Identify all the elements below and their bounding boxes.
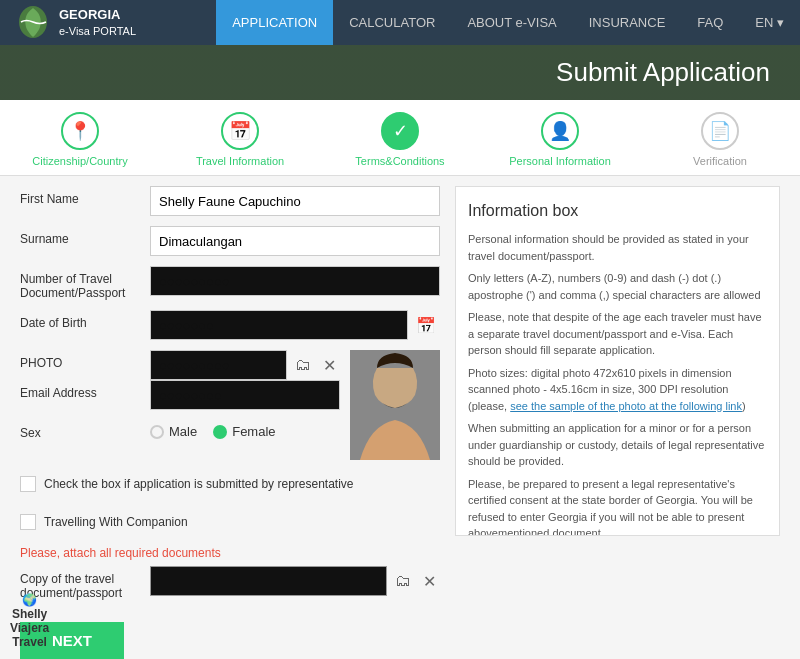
email-field <box>150 380 340 410</box>
photo-clear-icon[interactable]: ✕ <box>319 354 340 377</box>
sex-female-label: Female <box>232 424 275 439</box>
surname-input[interactable] <box>150 226 440 256</box>
sex-field: Male Female <box>150 420 340 439</box>
navbar: GEORGIA e-Visa PORTAL APPLICATION CALCUL… <box>0 0 800 45</box>
surname-field <box>150 226 440 256</box>
companion-checkbox[interactable] <box>20 514 36 530</box>
info-p5: When submitting an application for a min… <box>468 420 767 470</box>
photo-input[interactable] <box>150 350 287 380</box>
info-section: Information box Personal information sho… <box>455 186 780 659</box>
nav-links: APPLICATION CALCULATOR ABOUT e-VISA INSU… <box>216 0 800 45</box>
info-box-title: Information box <box>468 199 767 223</box>
nav-insurance[interactable]: INSURANCE <box>573 0 682 45</box>
step-terms-label: Terms&Conditions <box>355 155 444 167</box>
sex-female-radio[interactable] <box>213 425 227 439</box>
sex-label: Sex <box>20 420 150 440</box>
calendar-icon[interactable]: 📅 <box>412 314 440 337</box>
dob-input[interactable] <box>150 310 408 340</box>
sex-male-label: Male <box>169 424 197 439</box>
surname-row: Surname <box>20 226 440 256</box>
sex-male-option[interactable]: Male <box>150 424 197 439</box>
georgia-logo-icon <box>16 5 51 40</box>
main-content: First Name Surname Number of Travel Docu… <box>0 176 800 659</box>
logo: GEORGIA e-Visa PORTAL <box>0 5 152 40</box>
nav-language[interactable]: EN ▾ <box>739 0 800 45</box>
step-travel[interactable]: 📅 Travel Information <box>160 112 320 167</box>
info-p3: Please, note that despite of the age eac… <box>468 309 767 359</box>
dob-field: 📅 <box>150 310 440 340</box>
info-p1: Personal information should be provided … <box>468 231 767 264</box>
info-box: Information box Personal information sho… <box>455 186 780 536</box>
first-name-row: First Name <box>20 186 440 216</box>
passport-copy-field: 🗂 ✕ <box>150 566 440 596</box>
photo-row: PHOTO 🗂 ✕ <box>20 350 340 380</box>
bottom-logo: 🌍 Shelly Viajera Travel <box>10 593 49 649</box>
representative-label: Check the box if application is submitte… <box>44 477 354 491</box>
step-personal[interactable]: 👤 Personal Information <box>480 112 640 167</box>
step-personal-label: Personal Information <box>509 155 611 167</box>
first-name-field <box>150 186 440 216</box>
email-input[interactable] <box>150 380 340 410</box>
step-verification-icon: 📄 <box>701 112 739 150</box>
photo-image <box>350 350 440 460</box>
passport-input[interactable] <box>150 266 440 296</box>
passport-copy-input[interactable] <box>150 566 387 596</box>
step-citizenship[interactable]: 📍 Citizenship/Country <box>0 112 160 167</box>
info-p2: Only letters (A-Z), numbers (0-9) and da… <box>468 270 767 303</box>
nav-calculator[interactable]: CALCULATOR <box>333 0 451 45</box>
step-travel-label: Travel Information <box>196 155 284 167</box>
surname-label: Surname <box>20 226 150 246</box>
passport-copy-file-icon[interactable]: 🗂 <box>391 570 415 592</box>
step-terms[interactable]: ✓ Terms&Conditions <box>320 112 480 167</box>
passport-row: Number of Travel Document/Passport <box>20 266 440 300</box>
passport-copy-row: Copy of the travel document/passport 🗂 ✕ <box>20 566 440 600</box>
required-docs-label: Please, attach all required documents <box>20 546 440 560</box>
step-verification[interactable]: 📄 Verification <box>640 112 800 167</box>
photo-silhouette <box>350 350 440 460</box>
nav-faq[interactable]: FAQ <box>681 0 739 45</box>
page-title: Submit Application <box>556 57 770 88</box>
form-section: First Name Surname Number of Travel Docu… <box>20 186 440 659</box>
sex-male-radio[interactable] <box>150 425 164 439</box>
nav-application[interactable]: APPLICATION <box>216 0 333 45</box>
photo-field: 🗂 ✕ <box>150 350 340 380</box>
steps-bar: 📍 Citizenship/Country 📅 Travel Informati… <box>0 100 800 176</box>
hero-banner: Submit Application <box>0 45 800 100</box>
representative-checkbox-row: Check the box if application is submitte… <box>20 470 440 498</box>
passport-label: Number of Travel Document/Passport <box>20 266 150 300</box>
email-label: Email Address <box>20 380 150 400</box>
photo-sample-link[interactable]: see the sample of the photo at the follo… <box>510 400 742 412</box>
step-citizenship-icon: 📍 <box>61 112 99 150</box>
passport-field <box>150 266 440 296</box>
dob-row: Date of Birth 📅 <box>20 310 440 340</box>
blog-name-line3: Travel <box>10 635 49 649</box>
email-row: Email Address <box>20 380 340 410</box>
step-citizenship-label: Citizenship/Country <box>32 155 127 167</box>
step-personal-icon: 👤 <box>541 112 579 150</box>
first-name-label: First Name <box>20 186 150 206</box>
first-name-input[interactable] <box>150 186 440 216</box>
blog-name-line2: Viajera <box>10 621 49 635</box>
representative-checkbox[interactable] <box>20 476 36 492</box>
step-terms-icon: ✓ <box>381 112 419 150</box>
companion-checkbox-row: Travelling With Companion <box>20 508 440 536</box>
sex-row: Sex Male Female <box>20 420 340 440</box>
world-icon: 🌍 <box>10 593 49 607</box>
logo-text: GEORGIA e-Visa PORTAL <box>59 7 136 38</box>
file-icon[interactable]: 🗂 <box>291 354 315 376</box>
photo-preview <box>350 350 440 460</box>
sex-female-option[interactable]: Female <box>213 424 275 439</box>
blog-name-line1: Shelly <box>10 607 49 621</box>
passport-copy-clear-icon[interactable]: ✕ <box>419 570 440 593</box>
dob-label: Date of Birth <box>20 310 150 330</box>
companion-label: Travelling With Companion <box>44 515 188 529</box>
step-verification-label: Verification <box>693 155 747 167</box>
photo-label: PHOTO <box>20 350 150 370</box>
step-travel-icon: 📅 <box>221 112 259 150</box>
info-p4: Photo sizes: digital photo 472x610 pixel… <box>468 365 767 415</box>
nav-about[interactable]: ABOUT e-VISA <box>451 0 572 45</box>
info-p6: Please, be prepared to present a legal r… <box>468 476 767 537</box>
